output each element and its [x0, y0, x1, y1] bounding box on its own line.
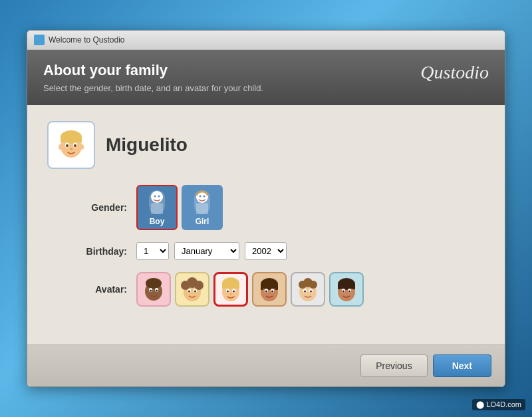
child-name: Miguelito [106, 134, 188, 156]
avatar-1-icon [140, 276, 167, 303]
birthday-year-select[interactable]: 1995199619971998 199920002001 2002200320… [245, 242, 287, 260]
avatar-5-icon [295, 276, 321, 303]
app-logo: Qustodio [420, 62, 489, 83]
boy-button[interactable]: Boy [136, 185, 178, 230]
birthday-selects: 12345 678910 1112131415 1617181920 21222… [136, 242, 287, 260]
gender-buttons: Boy Girl [136, 185, 223, 230]
svg-point-64 [342, 291, 344, 293]
child-header: Miguelito [47, 121, 485, 169]
svg-point-8 [70, 148, 72, 150]
boy-label: Boy [150, 217, 165, 226]
footer: Previous Next [27, 345, 505, 386]
window-title: Welcome to Qustodio [49, 35, 125, 45]
watermark: ⬤ LO4D.com [472, 399, 525, 410]
avatar-item-4[interactable] [252, 272, 287, 307]
birthday-label: Birthday: [67, 246, 127, 257]
svg-point-7 [74, 144, 76, 147]
svg-point-23 [150, 290, 152, 292]
svg-rect-3 [78, 137, 82, 142]
girl-button[interactable]: Girl [182, 185, 223, 230]
gender-label: Gender: [67, 202, 127, 213]
svg-point-14 [158, 196, 160, 198]
boy-icon [145, 190, 169, 214]
avatar-item-2[interactable] [175, 272, 209, 307]
child-avatar-frame [47, 121, 95, 169]
content-area: Miguelito Gender: Boy [27, 105, 505, 345]
svg-point-49 [271, 291, 273, 293]
svg-rect-35 [222, 283, 225, 289]
svg-point-10 [80, 144, 84, 150]
svg-point-28 [194, 281, 203, 290]
birthday-row: Birthday: 12345 678910 1112131415 161718… [47, 242, 485, 260]
birthday-day-select[interactable]: 12345 678910 1112131415 1617181920 21222… [136, 242, 169, 260]
svg-point-9 [59, 144, 63, 150]
avatar-item-1[interactable] [136, 272, 171, 307]
svg-rect-60 [338, 284, 340, 289]
header: About your family Select the gender, bir… [27, 50, 505, 105]
svg-point-6 [66, 144, 68, 147]
page-title: About your family [43, 62, 263, 79]
avatar-label: Avatar: [67, 284, 127, 295]
svg-point-31 [188, 291, 190, 293]
svg-point-48 [265, 291, 267, 293]
page-subtitle: Select the gender, birth date, and an av… [43, 83, 263, 93]
svg-point-40 [233, 291, 235, 293]
svg-point-13 [154, 196, 156, 198]
gender-row: Gender: Boy [47, 185, 485, 230]
svg-point-32 [194, 291, 196, 293]
svg-rect-44 [261, 284, 263, 290]
next-button[interactable]: Next [433, 354, 491, 377]
girl-label: Girl [196, 217, 209, 226]
header-left: About your family Select the gender, bir… [43, 62, 263, 93]
avatar-item-3[interactable] [213, 272, 248, 307]
svg-point-53 [309, 281, 317, 289]
svg-point-20 [146, 278, 162, 289]
svg-rect-36 [237, 283, 239, 289]
svg-point-56 [304, 291, 306, 293]
svg-point-57 [310, 291, 312, 293]
svg-point-24 [156, 290, 158, 292]
avatar-6-icon [333, 276, 360, 303]
previous-button[interactable]: Previous [360, 354, 427, 377]
avatar-2-icon [179, 276, 205, 303]
avatar-3-icon [217, 276, 244, 303]
svg-rect-2 [61, 137, 64, 142]
avatar-item-5[interactable] [291, 272, 325, 307]
avatar-item-6[interactable] [329, 272, 364, 307]
svg-rect-61 [352, 284, 355, 289]
avatar-list [136, 272, 364, 307]
birthday-month-select[interactable]: JanuaryFebruaryMarch AprilMayJune JulyAu… [174, 242, 239, 260]
title-bar: Welcome to Qustodio [27, 31, 505, 50]
svg-point-18 [203, 196, 205, 198]
avatar-4-icon [256, 276, 283, 303]
child-main-avatar [55, 129, 87, 161]
avatar-row: Avatar: [47, 272, 485, 307]
main-window: Welcome to Qustodio About your family Se… [27, 30, 505, 387]
svg-point-17 [200, 196, 201, 198]
svg-point-39 [227, 291, 229, 293]
svg-rect-45 [275, 284, 278, 290]
girl-icon [190, 190, 214, 214]
svg-point-41 [230, 293, 232, 295]
title-bar-icon [34, 35, 45, 45]
svg-point-65 [348, 291, 350, 293]
